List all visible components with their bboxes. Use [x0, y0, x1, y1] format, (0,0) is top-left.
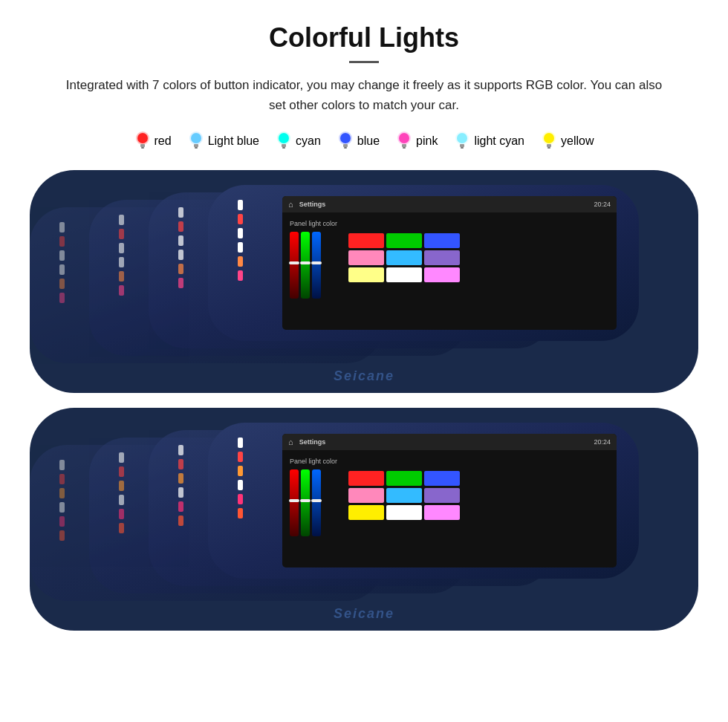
red-bulb-icon — [134, 130, 151, 152]
color-item-light-cyan: light cyan — [454, 130, 524, 152]
yellow-bulb-icon — [541, 130, 557, 152]
color-item-Light-blue: Light blue — [188, 130, 259, 152]
svg-rect-2 — [140, 144, 145, 147]
svg-rect-7 — [195, 147, 198, 149]
blue-bulb-icon — [337, 130, 354, 152]
svg-rect-3 — [141, 147, 144, 149]
svg-rect-22 — [460, 144, 464, 147]
color-label-Light-blue: Light blue — [208, 134, 259, 148]
svg-rect-14 — [343, 144, 348, 147]
pink-bulb-icon — [396, 130, 412, 152]
color-label-blue: blue — [357, 134, 380, 148]
color-item-red: red — [134, 130, 172, 152]
color-label-yellow: yellow — [561, 134, 594, 148]
color-item-yellow: yellow — [541, 130, 594, 152]
color-label-pink: pink — [416, 134, 438, 148]
device-layer-3: ⌂ Settings 20:24Panel light color — [208, 423, 639, 579]
svg-rect-10 — [282, 144, 286, 147]
device-layer-3: ⌂ Settings 20:24Panel light color — [208, 185, 639, 341]
svg-point-17 — [399, 133, 409, 143]
svg-rect-11 — [282, 147, 285, 149]
description-text: Integrated with 7 colors of button indic… — [59, 75, 669, 115]
page-title: Colorful Lights — [30, 22, 698, 53]
svg-rect-19 — [403, 147, 406, 149]
svg-point-9 — [279, 133, 289, 143]
color-item-pink: pink — [396, 130, 438, 152]
svg-rect-15 — [344, 147, 347, 149]
svg-rect-23 — [461, 147, 464, 149]
svg-point-13 — [340, 133, 351, 143]
svg-rect-6 — [194, 144, 198, 147]
svg-rect-18 — [402, 144, 406, 147]
svg-point-21 — [457, 133, 467, 143]
watermark-top: Seicane — [334, 368, 394, 384]
light-cyan-bulb-icon — [454, 130, 470, 152]
svg-point-25 — [544, 133, 554, 143]
color-label-light-cyan: light cyan — [474, 134, 524, 148]
color-item-cyan: cyan — [276, 130, 321, 152]
watermark-bottom: Seicane — [334, 606, 394, 622]
device-screen: ⌂ Settings 20:24Panel light color — [282, 196, 617, 330]
color-label-red: red — [155, 134, 172, 148]
color-item-blue: blue — [337, 130, 380, 152]
color-label-cyan: cyan — [296, 134, 321, 148]
svg-point-5 — [191, 133, 201, 143]
device-screen: ⌂ Settings 20:24Panel light color — [282, 434, 617, 567]
bottom-device-section: Seicane ⌂ Settings 20:24Panel light colo… — [30, 408, 698, 631]
svg-rect-27 — [547, 147, 550, 149]
cyan-bulb-icon — [276, 130, 292, 152]
Light-blue-bulb-icon — [188, 130, 204, 152]
title-section: Colorful Lights Integrated with 7 colors… — [30, 22, 698, 115]
color-indicators-row: redLight bluecyanbluepinklight cyanyello… — [30, 130, 698, 152]
svg-rect-26 — [547, 144, 551, 147]
title-divider — [349, 61, 379, 63]
top-device-section: Seicane ⌂ Settings 20:24Panel light colo… — [30, 170, 698, 393]
svg-point-1 — [137, 133, 148, 143]
